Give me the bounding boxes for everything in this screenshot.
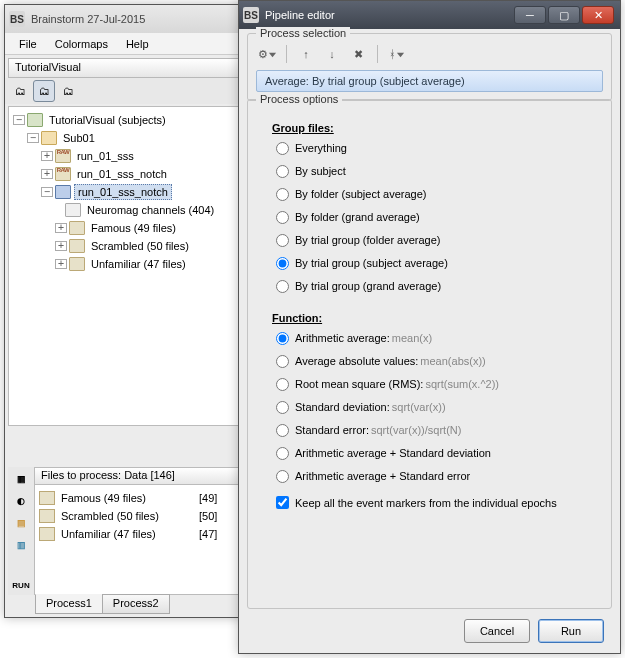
radio-label: By subject [295, 165, 346, 177]
data-icon [69, 221, 85, 235]
cancel-button[interactable]: Cancel [464, 619, 530, 643]
database-tree[interactable]: −TutorialVisual (subjects) −Sub01 +RAWru… [8, 106, 240, 426]
list-item: Scrambled (50 files)[50] [39, 507, 235, 525]
delete-process-icon[interactable]: ✖ [347, 43, 369, 65]
minimize-button[interactable]: ─ [514, 6, 546, 24]
formula-text: sqrt(sum(x.^2)) [425, 378, 499, 390]
radio-label: By folder (grand average) [295, 211, 420, 223]
data-icon [69, 257, 85, 271]
process-selection-group: Process selection ⚙ ↑ ↓ ✖ ᚼ Average: By … [247, 33, 612, 101]
tree-collapse-icon[interactable]: − [41, 187, 53, 197]
tree-cond-1[interactable]: run_01_sss [74, 149, 137, 163]
radio-by-folder-grand[interactable]: By folder (grand average) [276, 207, 603, 227]
view-subjects-icon[interactable]: 🗂 [9, 80, 31, 102]
condition-icon [55, 185, 71, 199]
tab-process1[interactable]: Process1 [35, 594, 103, 614]
protocol-icon [27, 113, 43, 127]
checkbox-keep-events[interactable]: Keep all the event markers from the indi… [276, 496, 603, 509]
radio-label: Root mean square (RMS): [295, 378, 423, 390]
view-anatomy-icon[interactable]: 🗂 [57, 80, 79, 102]
file-label[interactable]: Unfamiliar (47 files) [61, 528, 156, 540]
tree-protocol[interactable]: TutorialVisual (subjects) [46, 113, 169, 127]
formula-text: mean(x) [392, 332, 432, 344]
radio-trialgroup-folder[interactable]: By trial group (folder average) [276, 230, 603, 250]
selected-process-row[interactable]: Average: By trial group (subject average… [256, 70, 603, 92]
list-item: Famous (49 files)[49] [39, 489, 235, 507]
add-process-icon[interactable]: ⚙ [256, 43, 278, 65]
radio-trialgroup-subj[interactable]: By trial group (subject average) [276, 253, 603, 273]
pipe-titlebar[interactable]: BS Pipeline editor ─ ▢ ✕ [239, 1, 620, 29]
subject-icon [41, 131, 57, 145]
filter-matrix-icon[interactable]: ▥ [10, 535, 32, 555]
radio-func-meanabs[interactable]: Average absolute values:mean(abs(x)) [276, 351, 603, 371]
radio-label: By trial group (subject average) [295, 257, 448, 269]
svg-marker-1 [397, 52, 404, 57]
filter-results-icon[interactable]: ◐ [10, 491, 32, 511]
main-titlebar[interactable]: BS Brainstorm 27-Jul-2015 [5, 5, 243, 33]
radio-trialgroup-grand[interactable]: By trial group (grand average) [276, 276, 603, 296]
tree-scrambled[interactable]: Scrambled (50 files) [88, 239, 192, 253]
file-label[interactable]: Famous (49 files) [61, 492, 146, 504]
pipe-window-title: Pipeline editor [265, 9, 512, 21]
radio-func-mean-std[interactable]: Arithmetic average + Standard deviation [276, 443, 603, 463]
data-icon [39, 509, 55, 523]
move-down-icon[interactable]: ↓ [321, 43, 343, 65]
app-logo-icon: BS [9, 11, 25, 27]
list-item: Unfamiliar (47 files)[47] [39, 525, 235, 543]
tree-unfamiliar[interactable]: Unfamiliar (47 files) [88, 257, 189, 271]
files-to-process-list[interactable]: Famous (49 files)[49] Scrambled (50 file… [34, 485, 240, 595]
tree-collapse-icon[interactable]: − [13, 115, 25, 125]
tree-subject[interactable]: Sub01 [60, 131, 98, 145]
radio-by-folder-subj[interactable]: By folder (subject average) [276, 184, 603, 204]
maximize-button[interactable]: ▢ [548, 6, 580, 24]
tab-process2[interactable]: Process2 [102, 594, 170, 614]
process-toolbar: ⚙ ↑ ↓ ✖ ᚼ [256, 42, 603, 66]
tree-cond-2[interactable]: run_01_sss_notch [74, 167, 170, 181]
tree-cond-3-selected[interactable]: run_01_sss_notch [74, 184, 172, 200]
data-icon [69, 239, 85, 253]
run-button[interactable]: RUN [10, 575, 32, 595]
move-up-icon[interactable]: ↑ [295, 43, 317, 65]
radio-by-subject[interactable]: By subject [276, 161, 603, 181]
group-files-heading: Group files: [272, 122, 603, 134]
file-count: [49] [199, 492, 235, 504]
file-count: [47] [199, 528, 235, 540]
radio-func-ste[interactable]: Standard error:sqrt(var(x))/sqrt(N) [276, 420, 603, 440]
run-button[interactable]: Run [538, 619, 604, 643]
checkbox-label: Keep all the event markers from the indi… [295, 497, 557, 509]
radio-label: Everything [295, 142, 347, 154]
radio-func-std[interactable]: Standard deviation:sqrt(var(x)) [276, 397, 603, 417]
filter-data-icon[interactable]: ▦ [10, 469, 32, 489]
tree-collapse-icon[interactable]: − [27, 133, 39, 143]
process-selection-title: Process selection [256, 27, 350, 39]
radio-func-rms[interactable]: Root mean square (RMS):sqrt(sum(x.^2)) [276, 374, 603, 394]
formula-text: sqrt(var(x))/sqrt(N) [371, 424, 461, 436]
radio-everything[interactable]: Everything [276, 138, 603, 158]
tree-expand-icon[interactable]: + [55, 259, 67, 269]
radio-label: By trial group (folder average) [295, 234, 441, 246]
protocol-name[interactable]: TutorialVisual [8, 58, 240, 78]
tree-channels[interactable]: Neuromag channels (404) [84, 203, 217, 217]
close-button[interactable]: ✕ [582, 6, 614, 24]
menu-help[interactable]: Help [118, 36, 157, 52]
channel-icon [65, 203, 81, 217]
pipeline-menu-icon[interactable]: ᚼ [386, 43, 408, 65]
radio-label: Standard error: [295, 424, 369, 436]
filter-timefreq-icon[interactable]: ▤ [10, 513, 32, 533]
process-tabs: Process1 Process2 [35, 594, 169, 614]
file-label[interactable]: Scrambled (50 files) [61, 510, 159, 522]
radio-func-mean[interactable]: Arithmetic average:mean(x) [276, 328, 603, 348]
tree-expand-icon[interactable]: + [41, 151, 53, 161]
menu-colormaps[interactable]: Colormaps [47, 36, 116, 52]
tree-expand-icon[interactable]: + [55, 241, 67, 251]
tree-expand-icon[interactable]: + [55, 223, 67, 233]
radio-func-mean-ste[interactable]: Arithmetic average + Standard error [276, 466, 603, 486]
menu-file[interactable]: File [11, 36, 45, 52]
tree-famous[interactable]: Famous (49 files) [88, 221, 179, 235]
view-functional-icon[interactable]: 🗂 [33, 80, 55, 102]
condition-icon: RAW [55, 149, 71, 163]
radio-label: Arithmetic average + Standard deviation [295, 447, 491, 459]
tree-expand-icon[interactable]: + [41, 169, 53, 179]
explorer-toolbar: 🗂 🗂 🗂 [5, 78, 243, 104]
main-menubar: File Colormaps Help [5, 33, 243, 55]
